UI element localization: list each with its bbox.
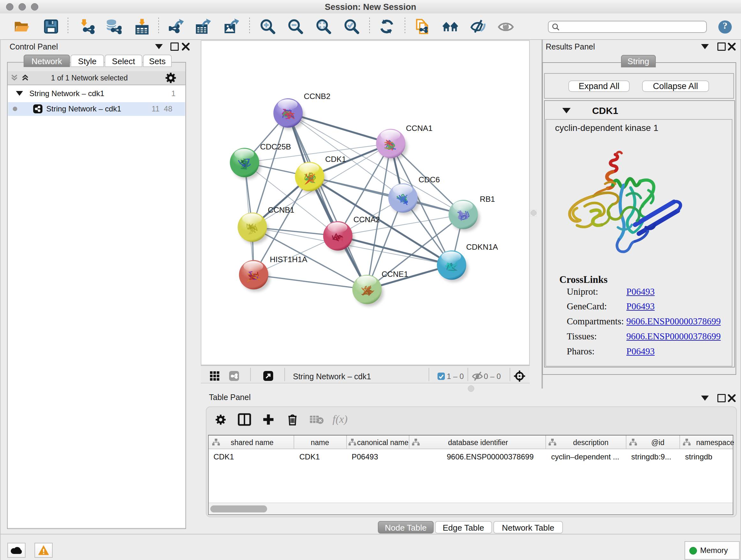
svg-text:CCNA2: CCNA2	[353, 215, 380, 224]
svg-text:CDC25B: CDC25B	[260, 142, 291, 151]
svg-text:CDC6: CDC6	[419, 175, 440, 184]
svg-text:CCNB2: CCNB2	[304, 91, 330, 100]
svg-text:RB1: RB1	[480, 195, 495, 203]
svg-text:HIST1H1A: HIST1H1A	[270, 255, 307, 264]
svg-text:CDK1: CDK1	[325, 155, 346, 164]
svg-text:CCNE1: CCNE1	[382, 270, 408, 278]
svg-text:CDKN1A: CDKN1A	[466, 242, 498, 251]
svg-text:CCNA1: CCNA1	[406, 124, 432, 132]
svg-text:CCNB1: CCNB1	[268, 205, 294, 214]
